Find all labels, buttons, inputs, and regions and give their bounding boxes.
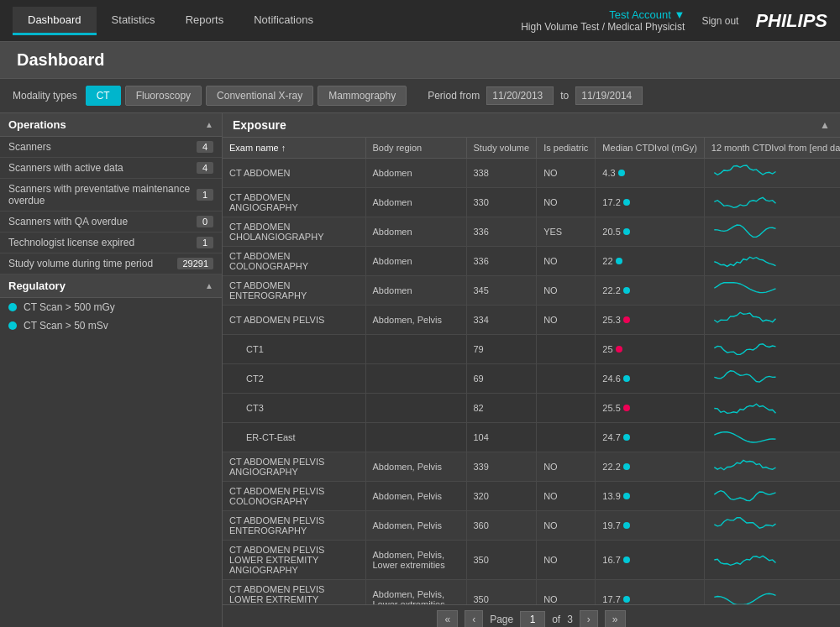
ctdi-dot [618, 170, 625, 176]
table-row[interactable]: CT ABDOMEN PELVIS ANGIOGRAPHY Abdomen, P… [223, 452, 840, 482]
exposure-table-container[interactable]: Exam name ↑ Body region Study volume Is … [223, 138, 840, 604]
study-volume-label: Study volume during time period [8, 258, 153, 269]
table-row[interactable]: CT ABDOMEN COLONOGRAPHY Abdomen 336 NO 2… [223, 247, 840, 276]
sidebar-tech-license[interactable]: Technologist license expired 1 [0, 233, 222, 253]
last-page-btn[interactable]: » [605, 610, 626, 627]
study-volume: 82 [466, 394, 537, 423]
first-page-btn[interactable]: « [437, 610, 458, 627]
ctdi-dot [623, 463, 630, 470]
modality-ct[interactable]: CT [86, 86, 121, 106]
table-row[interactable]: CT ABDOMEN Abdomen 338 NO 4.3 472.1 [223, 159, 840, 188]
pagination: « ‹ Page of 3 › » [223, 604, 840, 627]
period-from-input[interactable] [486, 86, 554, 105]
body-region: Abdomen, Pelvis, Lower extremities [365, 541, 466, 580]
study-volume: 336 [466, 217, 537, 247]
ctdi-sparkline [704, 306, 840, 335]
period-to-label: to [560, 90, 569, 102]
is-pediatric: NO [537, 276, 596, 306]
table-row[interactable]: CT ABDOMEN CHOLANGIOGRAPHY Abdomen 336 Y… [223, 217, 840, 247]
table-row[interactable]: CT ABDOMEN PELVIS LOWER EXTREMITY VENOGR… [223, 580, 840, 605]
table-row[interactable]: CT3 82 25.5 610.6 [223, 394, 840, 423]
ctdi-sparkline [704, 541, 840, 580]
study-volume: 320 [466, 482, 537, 511]
tab-notifications[interactable]: Notifications [239, 7, 328, 35]
next-page-btn[interactable]: › [580, 610, 598, 627]
table-row[interactable]: CT1 79 25 621.9 [223, 335, 840, 364]
modality-fluoroscopy[interactable]: Fluoroscopy [125, 86, 202, 106]
table-row[interactable]: CT ABDOMEN PELVIS Abdomen, Pelvis 334 NO… [223, 306, 840, 335]
reg-ct-500-dot [8, 303, 17, 311]
exam-name: CT ABDOMEN ENTEROGRAPHY [223, 276, 365, 306]
body-region: Abdomen, Pelvis [365, 482, 466, 511]
col-body-region[interactable]: Body region [365, 138, 466, 159]
table-row[interactable]: ER-CT-East 104 24.7 626.3 [223, 423, 840, 452]
exposure-header: Exposure ▲ [223, 113, 840, 138]
reg-ct-500[interactable]: CT Scan > 500 mGy [0, 298, 222, 316]
exposure-table: Exam name ↑ Body region Study volume Is … [223, 138, 840, 604]
scanners-active-count: 4 [197, 162, 213, 174]
is-pediatric [537, 423, 596, 452]
is-pediatric: NO [537, 482, 596, 511]
ctdi-sparkline [704, 159, 840, 188]
body-region [365, 335, 466, 364]
scanners-qa-label: Scanners with QA overdue [8, 216, 128, 227]
table-row[interactable]: CT ABDOMEN ENTEROGRAPHY Abdomen 345 NO 2… [223, 276, 840, 306]
sidebar-scanners-qa[interactable]: Scanners with QA overdue 0 [0, 212, 222, 233]
account-name[interactable]: Test Account ▼ [521, 8, 685, 21]
study-volume: 339 [466, 452, 537, 482]
body-region [365, 423, 466, 452]
tab-dashboard[interactable]: Dashboard [13, 7, 97, 35]
study-volume: 334 [466, 306, 537, 335]
ctdi-dot [623, 434, 630, 441]
modality-xray[interactable]: Conventional X-ray [206, 86, 313, 106]
sidebar-scanners-maintenance[interactable]: Scanners with preventative maintenance o… [0, 179, 222, 212]
ctdi-dot [623, 405, 630, 411]
col-is-pediatric[interactable]: Is pediatric [537, 138, 596, 159]
sidebar-scanners[interactable]: Scanners 4 [0, 137, 222, 158]
ctdi-dot [623, 287, 630, 294]
ctdi-value: 25 [596, 335, 704, 364]
sidebar-study-volume[interactable]: Study volume during time period 29291 [0, 253, 222, 274]
is-pediatric: NO [537, 247, 596, 276]
body-region: Abdomen, Pelvis [365, 452, 466, 482]
col-exam-name[interactable]: Exam name ↑ [223, 138, 365, 159]
ctdi-sparkline [704, 423, 840, 452]
col-study-volume[interactable]: Study volume [466, 138, 537, 159]
tab-reports[interactable]: Reports [171, 7, 239, 35]
ctdi-dot [623, 316, 630, 323]
period-to-input[interactable] [575, 86, 643, 105]
ctdi-dot [616, 258, 622, 264]
ctdi-value: 17.2 [596, 188, 704, 217]
sidebar-scanners-active[interactable]: Scanners with active data 4 [0, 158, 222, 179]
table-row[interactable]: CT ABDOMEN PELVIS COLONOGRAPHY Abdomen, … [223, 482, 840, 511]
table-row[interactable]: CT2 69 24.6 596.2 [223, 364, 840, 394]
signout-button[interactable]: Sign out [701, 15, 738, 27]
tab-statistics[interactable]: Statistics [97, 7, 171, 35]
ctdi-value: 25.3 [596, 306, 704, 335]
modality-label: Modality types [13, 90, 77, 102]
page-input[interactable] [520, 611, 545, 627]
ctdi-sparkline [704, 247, 840, 276]
ctdi-value: 22.2 [596, 276, 704, 306]
reg-ct-50-dot [8, 321, 17, 330]
exam-name: CT ABDOMEN COLONOGRAPHY [223, 247, 365, 276]
period-from-label: Period from [428, 90, 480, 102]
ctdi-value: 13.9 [596, 482, 704, 511]
col-ctdi[interactable]: Median CTDIvol (mGy) [596, 138, 704, 159]
body-region: Abdomen, Pelvis [365, 511, 466, 541]
study-volume: 79 [466, 335, 537, 364]
ctdi-value: 22.2 [596, 452, 704, 482]
table-row[interactable]: CT ABDOMEN PELVIS ENTEROGRAPHY Abdomen, … [223, 511, 840, 541]
table-row[interactable]: CT ABDOMEN PELVIS LOWER EXTREMITY ANGIOG… [223, 541, 840, 580]
ctdi-sparkline [704, 335, 840, 364]
prev-page-btn[interactable]: ‹ [465, 610, 483, 627]
body-region: Abdomen [365, 276, 466, 306]
study-volume: 350 [466, 580, 537, 605]
of-text: of [552, 614, 560, 625]
table-row[interactable]: CT ABDOMEN ANGIOGRAPHY Abdomen 330 NO 17… [223, 188, 840, 217]
ctdi-sparkline [704, 364, 840, 394]
reg-ct-50[interactable]: CT Scan > 50 mSv [0, 316, 222, 335]
col-ctdi-12m[interactable]: 12 month CTDIvol from [end date] [704, 138, 840, 159]
modality-bar: Modality types CT Fluoroscopy Convention… [0, 79, 840, 113]
modality-mammography[interactable]: Mammography [318, 86, 407, 106]
